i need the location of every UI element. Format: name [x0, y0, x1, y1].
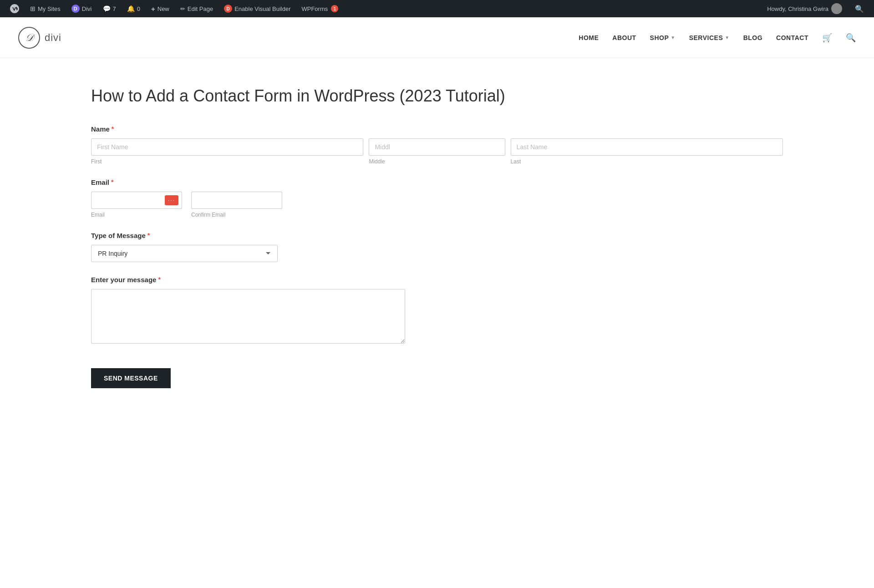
name-label: Name * [91, 125, 783, 133]
main-content: How to Add a Contact Form in WordPress (… [0, 58, 874, 425]
pending-link[interactable]: 🔔 0 [122, 0, 145, 17]
wpforms-link[interactable]: WPForms 1 [297, 0, 343, 17]
submit-button[interactable]: Send Message [91, 368, 171, 388]
nav-services[interactable]: Services ▼ [689, 34, 730, 41]
edit-page-label: Edit Page [188, 5, 213, 12]
contact-form: Name * First Middle Last [91, 125, 783, 388]
nav-shop[interactable]: Shop ▼ [650, 34, 676, 41]
nav-blog[interactable]: Blog [743, 34, 762, 41]
new-label: New [158, 5, 169, 12]
site-logo[interactable]: 𝒟 divi [18, 27, 61, 49]
last-name-wrapper: Last [511, 138, 783, 165]
comments-count: 7 [113, 5, 116, 12]
new-link[interactable]: + New [147, 0, 174, 17]
site-nav: Home About Shop ▼ Services ▼ Blog Contac… [579, 33, 856, 43]
email-fields-row: ··· Email Confirm Email [91, 192, 783, 218]
email-field-group: Email * ··· Email Confirm Email [91, 178, 783, 218]
name-field-group: Name * First Middle Last [91, 125, 783, 165]
my-sites-link[interactable]: ⊞ My Sites [25, 0, 65, 17]
admin-bar: ⊞ My Sites D Divi 💬 7 🔔 0 + New ✏ Edit P… [0, 0, 874, 17]
howdy-text: Howdy, Christina Gwira [767, 5, 828, 12]
middle-name-wrapper: Middle [369, 138, 505, 165]
name-fields-row: First Middle Last [91, 138, 783, 165]
email-label: Email * [91, 178, 783, 186]
comments-link[interactable]: 💬 7 [98, 0, 121, 17]
divi-link[interactable]: D Divi [67, 0, 97, 17]
message-field-group: Enter your message * [91, 276, 783, 345]
email-dots-button[interactable]: ··· [165, 195, 178, 205]
my-sites-label: My Sites [38, 5, 61, 12]
services-dropdown-icon: ▼ [725, 35, 729, 40]
logo-brand-name: divi [45, 32, 61, 44]
page-title: How to Add a Contact Form in WordPress (… [91, 86, 783, 107]
nav-about[interactable]: About [612, 34, 636, 41]
comment-bubble-icon: 💬 [103, 5, 111, 12]
admin-search-icon[interactable]: 🔍 [850, 5, 869, 13]
first-sub-label: First [91, 158, 363, 165]
pending-icon: 🔔 [127, 5, 135, 12]
first-name-wrapper: First [91, 138, 363, 165]
first-name-input[interactable] [91, 138, 363, 156]
wpforms-badge: 1 [331, 5, 338, 12]
divi-label: Divi [82, 5, 92, 12]
divi-d-icon: D [71, 5, 80, 13]
confirm-email-input[interactable] [191, 192, 282, 209]
logo-letter: 𝒟 [25, 32, 33, 44]
email-wrapper: ··· Email [91, 192, 182, 218]
name-required-star: * [112, 125, 114, 132]
type-required-star: * [147, 232, 150, 239]
edit-page-link[interactable]: ✏ Edit Page [176, 0, 218, 17]
wordpress-icon [10, 4, 19, 13]
site-header: 𝒟 divi Home About Shop ▼ Services ▼ Blog… [0, 17, 874, 58]
wordpress-logo-link[interactable] [5, 0, 24, 17]
last-name-input[interactable] [511, 138, 783, 156]
plus-icon: + [151, 5, 155, 13]
email-required-star: * [111, 178, 113, 186]
pencil-icon: ✏ [180, 5, 185, 12]
message-field-label: Enter your message * [91, 276, 783, 284]
email-input-container: ··· [91, 192, 182, 209]
avatar [831, 3, 842, 14]
nav-contact[interactable]: Contact [776, 34, 808, 41]
cart-icon[interactable]: 🛒 [822, 33, 832, 43]
pending-count: 0 [137, 5, 140, 12]
message-required-star: * [158, 276, 160, 283]
sites-icon: ⊞ [30, 5, 36, 12]
shop-dropdown-icon: ▼ [671, 35, 675, 40]
enable-visual-builder-label: Enable Visual Builder [234, 5, 290, 12]
dots-icon: ··· [168, 197, 175, 203]
email-sub-label: Email [91, 212, 182, 218]
last-sub-label: Last [511, 158, 783, 165]
confirm-email-sub-label: Confirm Email [191, 212, 282, 218]
admin-bar-left: ⊞ My Sites D Divi 💬 7 🔔 0 + New ✏ Edit P… [5, 0, 763, 17]
confirm-email-wrapper: Confirm Email [191, 192, 282, 218]
enable-visual-builder-link[interactable]: D Enable Visual Builder [219, 0, 295, 17]
middle-sub-label: Middle [369, 158, 505, 165]
middle-name-input[interactable] [369, 138, 505, 156]
type-of-message-label: Type of Message * [91, 232, 783, 239]
wpforms-label: WPForms [301, 5, 328, 12]
message-textarea[interactable] [91, 289, 405, 344]
howdy-section: Howdy, Christina Gwira [763, 3, 846, 14]
admin-bar-right: Howdy, Christina Gwira 🔍 [763, 3, 869, 14]
visual-builder-icon: D [224, 5, 232, 13]
message-type-select[interactable]: PR Inquiry General Inquiry Support Other [91, 245, 278, 262]
nav-home[interactable]: Home [579, 34, 599, 41]
logo-circle: 𝒟 [18, 27, 40, 49]
nav-search-icon[interactable]: 🔍 [846, 33, 856, 43]
message-type-field-group: Type of Message * PR Inquiry General Inq… [91, 232, 783, 262]
